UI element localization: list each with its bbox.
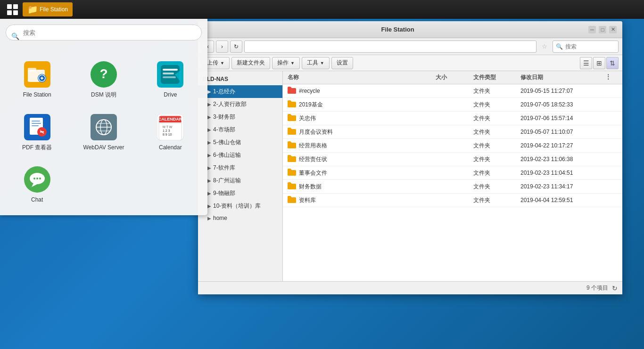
close-button[interactable]: ✕: [609, 26, 617, 33]
svg-text:?: ?: [99, 66, 107, 81]
table-row[interactable]: 经营责任状 文件夹 2019-02-23 11:06:38: [283, 153, 622, 166]
minimize-button[interactable]: ─: [588, 26, 596, 33]
sidebar-item-7[interactable]: ▶ 8-广州运输: [198, 174, 282, 187]
dsm-icon: ?: [91, 61, 117, 88]
file-name: 关忠伟: [288, 114, 436, 122]
sidebar-item-2[interactable]: ▶ 3-财务部: [198, 111, 282, 123]
view-buttons: ☰ ⊞ ⇅: [580, 57, 619, 69]
file-modified: 2019-07-06 15:57:14: [520, 115, 605, 122]
table-row[interactable]: #recycle 文件夹 2019-05-15 11:27:07: [283, 84, 622, 98]
action-toolbar: 上传 ▼ 新建文件夹 操作 ▼ 工具 ▼ 设置 ☰ ⊞ ⇅: [198, 55, 622, 71]
sidebar-item-label-5: 6-佛山运输: [213, 151, 241, 159]
drive-icon: [157, 61, 183, 88]
svg-text:M T W: M T W: [163, 125, 173, 129]
sidebar-item-9[interactable]: ▶ 10-资料（培训）库: [198, 200, 282, 212]
apps-menu-button[interactable]: [4, 2, 21, 16]
taskbar-item-label: File Station: [40, 6, 68, 13]
svg-text:CALENDAR: CALENDAR: [158, 117, 182, 122]
app-search-input[interactable]: [6, 24, 202, 41]
file-name-text: 经营责任状: [299, 155, 327, 163]
file-list: 名称 大小 文件类型 修改日期 ⋮ #recycle 文件夹 2019-05-1…: [283, 71, 622, 281]
file-type: 文件夹: [473, 169, 520, 177]
col-more: ⋮: [605, 73, 618, 81]
col-type: 文件类型: [473, 73, 520, 81]
file-name-text: 2019基金: [299, 101, 323, 109]
table-row[interactable]: 资料库 文件夹 2019-04-04 12:59:51: [283, 194, 622, 207]
sidebar-item-4[interactable]: ▶ 5-佛山仓储: [198, 136, 282, 149]
settings-button[interactable]: 设置: [331, 57, 353, 69]
file-name-text: 董事会文件: [299, 169, 327, 177]
svg-point-44: [39, 178, 41, 179]
action-button[interactable]: 操作 ▼: [272, 57, 300, 69]
sidebar-item-10[interactable]: ▶ home: [198, 212, 282, 224]
file-type: 文件夹: [473, 196, 520, 204]
maximize-button[interactable]: □: [599, 26, 606, 33]
svg-text:8 9 10: 8 9 10: [163, 133, 172, 136]
table-row[interactable]: 经营用表格 文件夹 2019-04-22 10:17:27: [283, 139, 622, 153]
file-type: 文件夹: [473, 142, 520, 150]
table-row[interactable]: 董事会文件 文件夹 2019-02-23 11:04:51: [283, 166, 622, 180]
app-item-drive[interactable]: Drive: [139, 56, 202, 105]
app-item-chat[interactable]: Chat: [6, 161, 68, 210]
tools-button[interactable]: 工具 ▼: [302, 57, 330, 69]
sidebar: BLD-NAS ▶ 1-总经办 ▶ 2-人资行政部 ▶ 3-财务部 ▶ 4-市场…: [198, 71, 283, 281]
folder-icon: [288, 155, 296, 163]
taskbar-item-filestation[interactable]: 📁 File Station: [23, 2, 73, 16]
table-row[interactable]: 关忠伟 文件夹 2019-07-06 15:57:14: [283, 112, 622, 125]
toolbar-search-icon: 🔍: [556, 43, 563, 50]
app-item-pdf[interactable]: PDF 查看器: [6, 108, 68, 157]
action-arrow-icon: ▼: [290, 61, 295, 65]
file-name-text: 月度会议资料: [299, 128, 333, 136]
sidebar-item-3[interactable]: ▶ 4-市场部: [198, 123, 282, 136]
app-item-filestation[interactable]: File Station: [6, 56, 68, 105]
file-modified: 2019-02-23 11:06:38: [520, 156, 605, 162]
filestation-label: File Station: [23, 91, 51, 99]
app-item-calendar[interactable]: CALENDAR M T W 1 2 3 8 9 10 Calendar: [139, 108, 202, 157]
svg-rect-46: [288, 102, 296, 107]
file-modified: 2019-02-23 11:34:17: [520, 183, 605, 190]
webdav-label: WebDAV Server: [83, 144, 124, 152]
new-folder-button[interactable]: 新建文件夹: [231, 57, 270, 69]
sidebar-item-5[interactable]: ▶ 6-佛山运输: [198, 149, 282, 162]
file-name: 资料库: [288, 196, 436, 204]
table-row[interactable]: 月度会议资料 文件夹 2019-05-07 11:10:07: [283, 125, 622, 139]
sidebar-item-8[interactable]: ▶ 9-物融部: [198, 187, 282, 200]
svg-rect-50: [288, 157, 296, 162]
address-bar[interactable]: 1-总经办: [244, 41, 537, 53]
app-item-webdav[interactable]: WebDAV Server: [72, 108, 135, 157]
svg-rect-45: [288, 89, 296, 94]
upload-label: 上传: [207, 59, 218, 67]
sidebar-arrow-7: ▶: [207, 178, 211, 183]
sidebar-item-1[interactable]: ▶ 2-人资行政部: [198, 98, 282, 111]
favorite-button[interactable]: ☆: [538, 41, 551, 53]
sidebar-item-label-2: 3-财务部: [213, 113, 235, 121]
refresh-nav-button[interactable]: ↻: [230, 41, 242, 53]
table-row[interactable]: 2019基金 文件夹 2019-07-05 18:52:33: [283, 98, 622, 112]
app-item-dsm[interactable]: ? DSM 说明: [72, 56, 135, 105]
file-rows-container: #recycle 文件夹 2019-05-15 11:27:07 2019基金 …: [283, 84, 622, 207]
sidebar-item-0[interactable]: ▶ 1-总经办: [198, 85, 282, 98]
view-options-button[interactable]: ⊞: [593, 57, 605, 69]
file-name: 董事会文件: [288, 169, 436, 177]
dsm-label: DSM 说明: [91, 91, 116, 99]
new-folder-label: 新建文件夹: [237, 59, 265, 67]
sort-button[interactable]: ⇅: [606, 57, 619, 69]
col-modified: 修改日期: [520, 73, 605, 81]
forward-button[interactable]: ›: [216, 41, 228, 53]
svg-rect-13: [163, 73, 174, 74]
sidebar-arrow-8: ▶: [207, 191, 211, 196]
sidebar-item-label-3: 4-市场部: [213, 126, 235, 134]
search-container: 🔍: [6, 24, 202, 48]
sidebar-arrow-0: ▶: [207, 89, 211, 94]
file-type: 文件夹: [473, 128, 520, 136]
window-titlebar: ? File Station ─ □ ✕: [198, 21, 622, 38]
svg-rect-14: [163, 76, 176, 78]
svg-text:1 2 3: 1 2 3: [163, 129, 170, 132]
filestation-icon: [24, 61, 50, 88]
svg-rect-19: [32, 123, 41, 124]
sidebar-item-6[interactable]: ▶ 7-软件库: [198, 162, 282, 174]
folder-icon: [288, 100, 296, 109]
table-row[interactable]: 财务数据 文件夹 2019-02-23 11:34:17: [283, 180, 622, 194]
list-view-button[interactable]: ☰: [580, 57, 592, 69]
status-refresh-button[interactable]: ↻: [612, 284, 618, 292]
